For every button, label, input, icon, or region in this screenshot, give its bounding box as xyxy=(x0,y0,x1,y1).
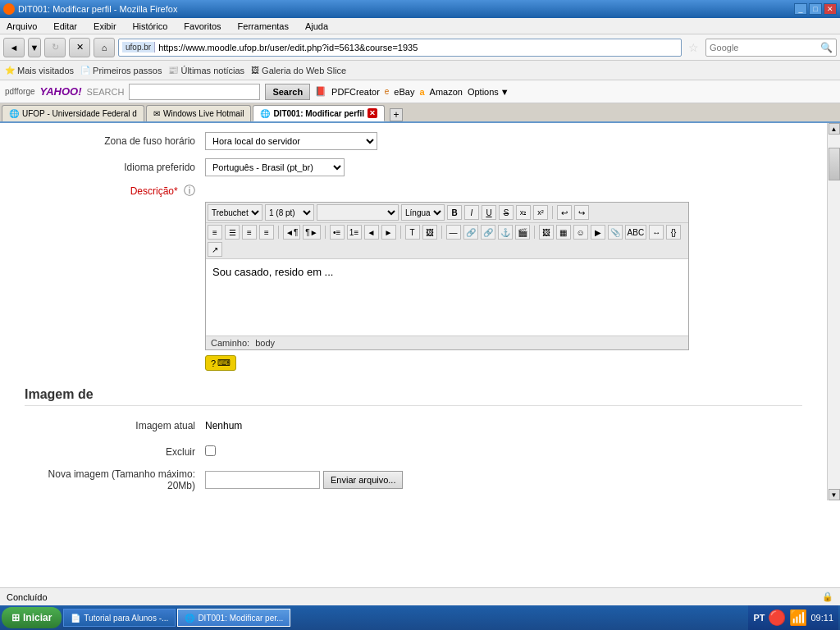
separator-2 xyxy=(278,226,279,239)
menu-arquivo[interactable]: Arquivo xyxy=(3,20,40,33)
back-dropdown[interactable]: ▼ xyxy=(28,38,41,57)
tab-dit001[interactable]: 🌐 DIT001: Modificar perfil ✕ xyxy=(253,105,385,121)
menu-historico[interactable]: Histórico xyxy=(130,20,171,33)
bookmark-star[interactable]: ☆ xyxy=(688,41,699,54)
anchor-button[interactable]: ⚓ xyxy=(498,225,513,240)
tab-close-button[interactable]: ✕ xyxy=(368,108,377,118)
code-button[interactable]: {} xyxy=(666,225,681,240)
align-left-button[interactable]: ≡ xyxy=(208,225,222,240)
back-button[interactable]: ◄ xyxy=(3,38,25,57)
bookmark-primeiros-passos[interactable]: 📄 Primeiros passos xyxy=(80,66,162,75)
help-icon-descricao[interactable]: ⓘ xyxy=(184,184,195,197)
menu-exibir[interactable]: Exibir xyxy=(90,20,120,33)
media-button[interactable]: 🎬 xyxy=(515,225,530,240)
yahoo-search-input[interactable] xyxy=(130,87,236,97)
font-color-button[interactable]: T xyxy=(405,225,420,240)
maximize-button[interactable]: □ xyxy=(809,3,822,15)
stop-button[interactable]: ✕ xyxy=(69,38,90,57)
bookmark-galeria[interactable]: 🖼 Galeria do Web Slice xyxy=(251,66,346,75)
scroll-thumb[interactable] xyxy=(829,148,840,180)
superscript-button[interactable]: x² xyxy=(533,205,548,220)
tab-ufop[interactable]: 🌐 UFOP - Universidade Federal de Ouro P.… xyxy=(2,105,144,121)
menu-bar: Arquivo Editar Exibir Histórico Favorito… xyxy=(0,18,840,34)
fullscreen-button[interactable]: ↗ xyxy=(208,242,222,257)
pdf-icon: 📕 xyxy=(315,86,326,97)
idioma-control: Português - Brasil (pt_br) xyxy=(205,158,802,176)
main-area: Zona de fuso horário Hora local do servi… xyxy=(0,123,840,500)
attach-button[interactable]: 📎 xyxy=(608,225,623,240)
address-bar[interactable]: ufop.br https://www.moodle.ufop.br/user/… xyxy=(118,39,682,57)
bold-button[interactable]: B xyxy=(447,205,462,220)
table-button[interactable]: ▦ xyxy=(556,225,571,240)
ul-button[interactable]: •≡ xyxy=(330,225,345,240)
editor-lang-select[interactable]: Língua xyxy=(401,204,445,221)
timezone-control: Hora local do servidor xyxy=(205,132,802,150)
scroll-down-button[interactable]: ▼ xyxy=(829,489,840,500)
list-indent-button[interactable]: ► xyxy=(381,225,396,240)
insert-img-button[interactable]: 🖼 xyxy=(539,225,554,240)
home-button[interactable]: ⌂ xyxy=(94,38,115,57)
tab-hotmail[interactable]: ✉ Windows Live Hotmail xyxy=(146,105,251,121)
ol-button[interactable]: 1≡ xyxy=(347,225,362,240)
align-center-button[interactable]: ☰ xyxy=(225,225,240,240)
amazon-item[interactable]: Amazon xyxy=(430,87,463,97)
align-justify-button[interactable]: ≡ xyxy=(259,225,274,240)
editor-format-select[interactable] xyxy=(317,204,399,221)
list-outdent-button[interactable]: ◄ xyxy=(364,225,379,240)
hr-button[interactable]: — xyxy=(446,225,461,240)
editor-content[interactable]: Sou casado, resido em ... xyxy=(206,259,688,333)
excluir-row: Excluir xyxy=(25,442,802,462)
imagem-section-title: Imagem de xyxy=(25,387,802,406)
strikethrough-button[interactable]: S xyxy=(499,205,514,220)
pdfcreator-item[interactable]: PDFCreator xyxy=(331,87,380,97)
emoticon-button[interactable]: ☺ xyxy=(573,225,588,240)
link-button[interactable]: 🔗 xyxy=(463,225,478,240)
descricao-label-row: Descrição* ⓘ xyxy=(25,184,802,199)
yahoo-search-button[interactable]: Search xyxy=(265,84,310,100)
excluir-checkbox[interactable] xyxy=(205,445,216,456)
yahoo-search-label: SEARCH xyxy=(87,87,125,97)
timezone-select[interactable]: Hora local do servidor xyxy=(205,132,377,150)
close-button[interactable]: ✕ xyxy=(824,3,837,15)
timezone-row: Zona de fuso horário Hora local do servi… xyxy=(25,131,802,151)
menu-editar[interactable]: Editar xyxy=(50,20,80,33)
bookmark-ultimas-noticias[interactable]: 📰 Últimas notícias xyxy=(168,66,244,75)
new-tab-button[interactable]: + xyxy=(390,108,403,121)
yahoo-search-box xyxy=(129,84,260,100)
star-icon: ⭐ xyxy=(5,66,15,75)
minimize-button[interactable]: _ xyxy=(794,3,807,15)
editor-font-select[interactable]: Trebuchet xyxy=(208,204,262,221)
file-input[interactable] xyxy=(205,471,320,489)
spell-button[interactable]: ABC xyxy=(625,225,647,240)
ebay-item[interactable]: eBay xyxy=(394,87,414,97)
image-button[interactable]: 🖼 xyxy=(422,225,437,240)
video-button[interactable]: ▶ xyxy=(591,225,605,240)
underline-button[interactable]: U xyxy=(482,205,496,220)
unlink-button[interactable]: 🔗 xyxy=(481,225,495,240)
subscript-button[interactable]: x₂ xyxy=(516,205,531,220)
menu-ferramentas[interactable]: Ferramentas xyxy=(235,20,292,33)
editor-size-select[interactable]: 1 (8 pt) xyxy=(265,204,314,221)
bookmark-mais-visitados[interactable]: ⭐ Mais visitados xyxy=(5,66,74,75)
idioma-select[interactable]: Português - Brasil (pt_br) xyxy=(205,158,345,176)
undo-button[interactable]: ↩ xyxy=(557,205,572,220)
menu-favoritos[interactable]: Favoritos xyxy=(180,20,224,33)
content-area: Zona de fuso horário Hora local do servi… xyxy=(0,123,827,500)
reload-button[interactable]: ↻ xyxy=(44,38,66,57)
find-replace-button[interactable]: ↔ xyxy=(649,225,664,240)
italic-button[interactable]: I xyxy=(464,205,479,220)
redo-button[interactable]: ↪ xyxy=(574,205,589,220)
scroll-up-button[interactable]: ▲ xyxy=(829,123,840,135)
align-right-button[interactable]: ≡ xyxy=(242,225,257,240)
enviar-arquivo-button[interactable]: Enviar arquivo... xyxy=(323,471,403,489)
options-item[interactable]: Options ▼ xyxy=(468,87,509,97)
indent-button[interactable]: ¶► xyxy=(303,225,320,240)
keyboard-help-button[interactable]: ? ⌨ xyxy=(205,355,236,371)
separator-6 xyxy=(534,226,535,239)
window-controls: _ □ ✕ xyxy=(794,3,837,15)
search-input[interactable] xyxy=(710,43,817,52)
menu-ajuda[interactable]: Ajuda xyxy=(302,20,331,33)
editor-status-bar: Caminho: body xyxy=(206,336,688,349)
file-input-area: Enviar arquivo... xyxy=(205,471,802,489)
outdent-button[interactable]: ◄¶ xyxy=(283,225,300,240)
